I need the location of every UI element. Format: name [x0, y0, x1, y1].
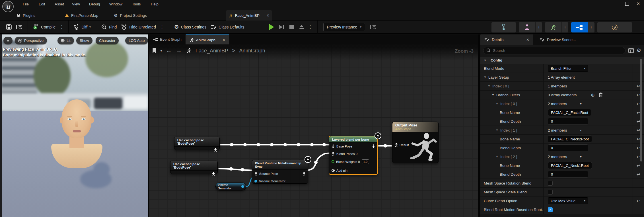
save-button[interactable] [4, 22, 14, 31]
node-output-pose[interactable]: Output Pose AnimGraph [392, 122, 439, 163]
settings-gear-icon[interactable]: ⚙ [637, 47, 641, 54]
details-scrollbar[interactable] [640, 59, 642, 161]
search-box[interactable] [483, 47, 626, 54]
menu-debug[interactable]: Debug [89, 2, 100, 6]
menu-window[interactable]: Window [109, 2, 122, 6]
checkbox[interactable] [548, 181, 553, 186]
node-lip-sync[interactable]: Blend Runtime MetaHuman Lip Sync Source … [252, 160, 308, 184]
pose-output-pin[interactable] [212, 172, 215, 176]
pose-output-pin[interactable] [303, 172, 306, 176]
delete-icon[interactable] [599, 93, 603, 97]
expander-caret[interactable]: ▼ [484, 76, 486, 79]
menu-tools[interactable]: Tools [132, 2, 141, 6]
character-dropdown[interactable]: Character [96, 37, 119, 44]
physics-asset-button[interactable] [597, 22, 632, 32]
perspective-dropdown[interactable]: Perspective [15, 37, 47, 44]
play-button[interactable] [269, 24, 274, 30]
reset-to-default-button[interactable]: ↩ [637, 163, 640, 168]
tab-first-person-map[interactable]: FirstPersonMap [62, 10, 101, 21]
tab-plugins[interactable]: Plugins [14, 10, 38, 21]
browse-to-asset-button[interactable] [14, 22, 25, 31]
panel-divider[interactable] [478, 34, 480, 217]
tab-close-icon[interactable]: ✕ [526, 38, 529, 42]
menu-edit[interactable]: Edit [39, 2, 45, 6]
expander-caret[interactable]: ▼ [488, 85, 490, 87]
hide-unrelated-options-dots[interactable]: ⋮ [158, 24, 166, 30]
lod-dropdown[interactable]: LOD Auto [125, 37, 148, 44]
stop-button[interactable] [289, 25, 294, 29]
reset-to-default-button[interactable]: ↩ [637, 198, 640, 204]
config-section-header[interactable]: ▼ Config [480, 57, 644, 64]
graph-canvas[interactable]: ▾ ← → Face_AnimBP > AnimGraph Zoom -3 [149, 44, 478, 217]
value-dropdown[interactable]: Branch Filter▾ [548, 65, 588, 72]
chevron-down-icon[interactable]: ▾ [580, 129, 582, 132]
reset-to-default-button[interactable]: ↩ [637, 172, 640, 177]
chevron-down-icon[interactable]: ▾ [580, 155, 582, 158]
pose-input-pin[interactable] [332, 152, 335, 156]
tab-details[interactable]: Details ✕ [480, 34, 533, 45]
add-pin-icon[interactable] [332, 169, 335, 172]
menu-view[interactable]: View [72, 2, 80, 6]
checkbox[interactable]: ✓ [548, 207, 553, 212]
checkbox[interactable] [548, 190, 553, 195]
hide-unrelated-button[interactable]: Hide Unrelated [119, 22, 158, 32]
blend-weight-value[interactable]: 1.0 [362, 159, 369, 164]
compile-options-dots[interactable]: ⋮ [58, 24, 65, 30]
unreal-logo-icon[interactable]: u [2, 1, 14, 12]
viseme-input-pin[interactable] [254, 180, 257, 183]
tab-animgraph[interactable]: AnimGraph ✕ [186, 34, 229, 44]
value-input[interactable]: FACIAL_C_Neck1Root [548, 162, 592, 169]
tab-close-icon[interactable]: ✕ [222, 38, 225, 42]
step-forward-button[interactable] [278, 24, 285, 30]
node-cached-pose-a[interactable]: Use cached pose 'BodyPose' [174, 137, 220, 150]
chevron-down-icon[interactable]: ▾ [580, 102, 582, 105]
node-cached-pose-b[interactable]: Use cached pose 'BodyPose' [170, 161, 218, 174]
value-input[interactable]: FACIAL_C_Neck2Root [548, 136, 592, 142]
class-defaults-button[interactable]: Class Defaults [209, 22, 246, 32]
preview-instance-dropdown[interactable]: Preview Instance ▾ [323, 23, 365, 31]
value-input[interactable]: FACIAL_C_FacialRoot [548, 109, 591, 116]
preview-viewport[interactable]: ≡ Perspective Lit Show Character LOD Aut… [0, 34, 148, 217]
compile-button[interactable]: Compile [31, 22, 58, 32]
value-input[interactable]: 0 [548, 171, 588, 178]
animation-button[interactable] [545, 22, 561, 32]
expander-caret[interactable]: ▼ [496, 102, 498, 105]
expander-caret[interactable]: ▼ [492, 93, 494, 96]
tab-face-animbp[interactable]: Face_AnimBP ✕ [226, 10, 272, 21]
menu-help[interactable]: Help [151, 2, 159, 6]
node-layered-blend-per-bone[interactable]: Layered blend per bone Base Pose Blend P… [329, 136, 378, 175]
lit-mode-dropdown[interactable]: Lit [57, 37, 74, 44]
animation-options-dots[interactable]: ⋮ [561, 22, 568, 32]
eject-button[interactable] [298, 24, 305, 30]
anim-blueprint-options-dots[interactable]: ⋮ [588, 22, 594, 32]
viewport-menu-button[interactable]: ≡ [3, 37, 13, 44]
pose-input-pin[interactable] [332, 144, 335, 148]
blend-weights-pin[interactable] [332, 160, 334, 163]
close-button[interactable]: ✕ [636, 1, 640, 6]
pose-input-pin[interactable] [254, 172, 258, 176]
tab-preview-scene[interactable]: Preview Scene... [536, 34, 580, 45]
find-button[interactable]: Find [99, 22, 119, 32]
play-options-dots[interactable]: ⋮ [307, 24, 314, 30]
anim-blueprint-button[interactable] [571, 22, 588, 32]
show-dropdown[interactable]: Show [76, 37, 92, 44]
browse-debug-button[interactable] [368, 22, 379, 31]
value-dropdown[interactable]: Use Max Value▾ [548, 197, 588, 204]
minimize-button[interactable]: – [616, 1, 618, 6]
menu-asset[interactable]: Asset [55, 2, 64, 6]
variable-output-pin[interactable] [241, 185, 244, 188]
class-settings-button[interactable]: ⚙ Class Settings [172, 22, 209, 32]
tab-project-settings[interactable]: ⚙ Project Settings [111, 10, 150, 21]
pose-output-pin[interactable] [214, 148, 217, 152]
maximize-button[interactable] [625, 2, 629, 6]
tab-event-graph[interactable]: Event Graph [149, 34, 186, 44]
value-input[interactable]: 0 [548, 144, 588, 151]
expander-caret[interactable]: ▼ [496, 129, 498, 132]
skeletal-mesh-button[interactable] [519, 22, 535, 32]
skeletal-mesh-options-dots[interactable]: ⋮ [535, 22, 542, 32]
add-element-icon[interactable]: ⊕ [591, 92, 594, 98]
diff-button[interactable]: Diff ▾ [71, 22, 93, 32]
value-input[interactable]: 0 [548, 118, 588, 125]
delete-all-icon[interactable] [599, 93, 603, 97]
skeleton-button[interactable] [491, 22, 516, 32]
